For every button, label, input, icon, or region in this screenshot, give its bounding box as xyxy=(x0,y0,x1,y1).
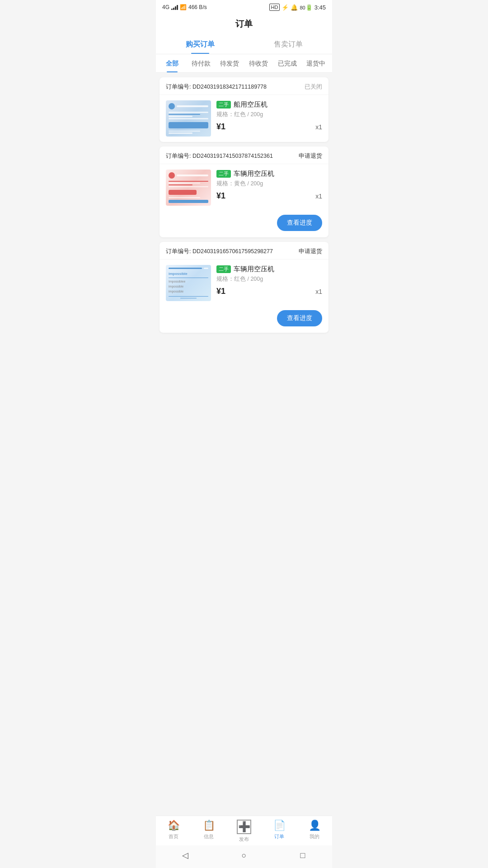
order-card-2: 订单编号: DD24031917415037874152361 申请退货 xyxy=(160,146,328,237)
tab-sell-orders[interactable]: 售卖订单 xyxy=(244,34,332,54)
sub-tab-returning[interactable]: 退货中 xyxy=(301,54,330,72)
quantity-1: x1 xyxy=(315,123,322,131)
back-button[interactable]: ◁ xyxy=(180,850,191,861)
nav-label-orders: 订单 xyxy=(274,833,284,840)
product-image-2 xyxy=(166,170,211,206)
hd-icon: HD xyxy=(269,4,280,11)
product-image-3: impossible Impossiblee impossible imposs… xyxy=(166,265,211,301)
order-status-2: 申请退货 xyxy=(299,152,322,160)
product-name-row-1: 二手 船用空压机 xyxy=(216,100,322,109)
price-1: ¥1 xyxy=(216,122,225,132)
product-spec-2: 规格：黄色 / 200g xyxy=(216,180,322,188)
time-label: 3:45 xyxy=(314,4,326,11)
page-title: 订单 xyxy=(235,19,253,28)
order-body-1: 二手 船用空压机 规格：红色 / 200g ¥1 x1 xyxy=(160,95,328,142)
sub-tab-pending-receive[interactable]: 待收货 xyxy=(244,54,273,72)
product-info-2: 二手 车辆用空压机 规格：黄色 / 200g ¥1 x1 xyxy=(216,170,322,201)
tab-buy-orders[interactable]: 购买订单 xyxy=(156,34,244,54)
product-name-3: 车辆用空压机 xyxy=(234,265,274,274)
system-nav-bar: ◁ ○ □ xyxy=(156,845,332,868)
nav-item-publish[interactable]: ➕ 发布 xyxy=(226,820,262,843)
nav-label-publish: 发布 xyxy=(239,836,249,843)
nav-item-home[interactable]: 🏠 首页 xyxy=(156,820,191,843)
product-image-1 xyxy=(166,100,211,137)
price-row-2: ¥1 x1 xyxy=(216,191,322,201)
battery-icon: 80🔋 xyxy=(300,4,312,11)
order-number-2: 订单编号: DD24031917415037874152361 xyxy=(166,152,273,160)
home-icon: 🏠 xyxy=(168,820,180,831)
status-bar: 4G 📶 466 B/s HD ⚡ 🔔 80🔋 3:45 xyxy=(156,0,332,13)
order-number-1: 订单编号: DD240319183421711189778 xyxy=(166,83,267,91)
bluetooth-icon: ⚡ xyxy=(282,4,289,11)
order-body-3: impossible Impossiblee impossible imposs… xyxy=(160,259,328,307)
product-spec-3: 规格：红色 / 200g xyxy=(216,275,322,283)
product-info-1: 二手 船用空压机 规格：红色 / 200g ¥1 x1 xyxy=(216,100,322,132)
view-progress-button-2[interactable]: 查看进度 xyxy=(277,215,322,231)
order-header-1: 订单编号: DD240319183421711189778 已关闭 xyxy=(160,77,328,95)
wifi-icon: 📶 xyxy=(180,4,187,10)
price-3: ¥1 xyxy=(216,287,225,296)
publish-icon: ➕ xyxy=(237,820,251,834)
product-info-3: 二手 车辆用空压机 规格：红色 / 200g ¥1 x1 xyxy=(216,265,322,296)
sub-tab-completed[interactable]: 已完成 xyxy=(273,54,302,72)
product-name-1: 船用空压机 xyxy=(234,100,267,109)
message-icon: 📋 xyxy=(203,820,215,831)
second-hand-badge-1: 二手 xyxy=(216,101,231,108)
speed-label: 466 B/s xyxy=(188,4,207,10)
sub-tabs: 全部 待付款 待发货 待收货 已完成 退货中 xyxy=(156,54,332,73)
sub-tab-pending-pay[interactable]: 待付款 xyxy=(187,54,216,72)
order-body-2: 二手 车辆用空压机 规格：黄色 / 200g ¥1 x1 xyxy=(160,164,328,211)
nav-label-message: 信息 xyxy=(204,833,214,840)
recent-button[interactable]: □ xyxy=(297,850,308,861)
quantity-2: x1 xyxy=(315,193,322,200)
carrier-label: 4G xyxy=(162,4,169,10)
order-header-2: 订单编号: DD24031917415037874152361 申请退货 xyxy=(160,146,328,164)
product-spec-1: 规格：红色 / 200g xyxy=(216,111,322,118)
profile-icon: 👤 xyxy=(309,820,321,831)
order-header-3: 订单编号: DD24031916570617595298277 申请退货 xyxy=(160,242,328,259)
view-progress-button-3[interactable]: 查看进度 xyxy=(277,310,322,326)
order-number-3: 订单编号: DD24031916570617595298277 xyxy=(166,248,273,255)
product-name-row-3: 二手 车辆用空压机 xyxy=(216,265,322,274)
nav-item-orders[interactable]: 📄 订单 xyxy=(262,820,297,843)
price-row-1: ¥1 x1 xyxy=(216,122,322,132)
order-card-3: 订单编号: DD24031916570617595298277 申请退货 imp… xyxy=(160,242,328,333)
main-tabs: 购买订单 售卖订单 xyxy=(156,34,332,54)
order-footer-3: 查看进度 xyxy=(160,307,328,333)
orders-icon: 📄 xyxy=(273,820,286,831)
signal-icon xyxy=(171,5,178,10)
orders-list: 订单编号: DD240319183421711189778 已关闭 xyxy=(156,77,332,378)
order-status-1: 已关闭 xyxy=(305,83,322,91)
product-name-2: 车辆用空压机 xyxy=(234,170,274,178)
home-button[interactable]: ○ xyxy=(239,850,249,861)
product-name-row-2: 二手 车辆用空压机 xyxy=(216,170,322,178)
status-left: 4G 📶 466 B/s xyxy=(162,4,207,10)
nav-item-message[interactable]: 📋 信息 xyxy=(191,820,226,843)
nav-label-home: 首页 xyxy=(169,833,178,840)
price-row-3: ¥1 x1 xyxy=(216,287,322,296)
nav-label-profile: 我的 xyxy=(310,833,319,840)
quantity-3: x1 xyxy=(315,288,322,295)
page-header: 订单 xyxy=(156,13,332,34)
second-hand-badge-3: 二手 xyxy=(216,265,231,273)
nav-item-profile[interactable]: 👤 我的 xyxy=(297,820,332,843)
second-hand-badge-2: 二手 xyxy=(216,170,231,178)
order-footer-2: 查看进度 xyxy=(160,211,328,237)
status-right: HD ⚡ 🔔 80🔋 3:45 xyxy=(269,4,326,11)
order-card-1: 订单编号: DD240319183421711189778 已关闭 xyxy=(160,77,328,142)
sub-tab-pending-ship[interactable]: 待发货 xyxy=(215,54,244,72)
sub-tab-all[interactable]: 全部 xyxy=(158,54,187,72)
order-status-3: 申请退货 xyxy=(299,247,322,255)
price-2: ¥1 xyxy=(216,191,225,201)
mute-icon: 🔔 xyxy=(291,4,298,11)
